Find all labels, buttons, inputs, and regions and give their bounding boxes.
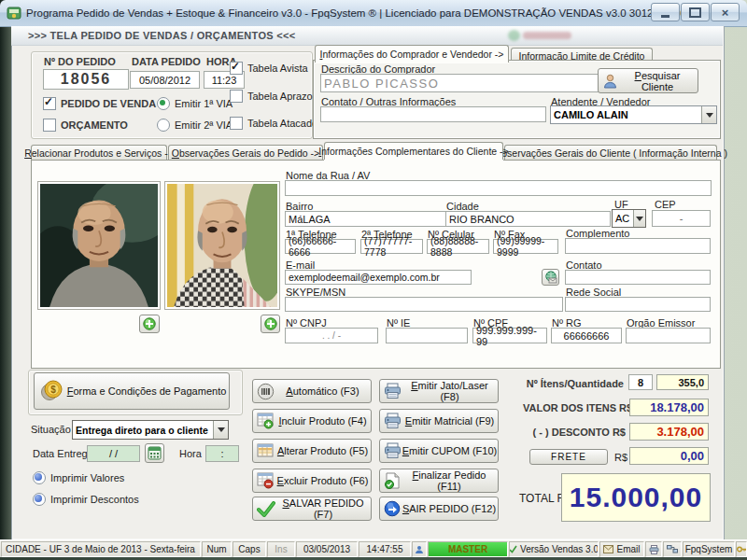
checkbox-icon <box>43 97 56 110</box>
delivery-date-label: Data Entrega <box>33 448 93 459</box>
document-check-icon <box>384 472 401 490</box>
checkbox-tabela-atacado[interactable]: Tabela Atacado <box>230 117 317 130</box>
buyer-contact-field[interactable] <box>320 106 546 122</box>
order-number-field[interactable]: 18056 <box>43 69 129 90</box>
state-dropdown[interactable]: AC <box>612 209 646 228</box>
network-icon <box>667 545 678 553</box>
maximize-button[interactable] <box>681 3 710 21</box>
window-title: Programa Pedido de Vendas + Estoque & Fi… <box>26 7 704 19</box>
tab-informacoes-cliente[interactable]: Informações Complementares do Cliente -> <box>324 142 503 160</box>
add-photo-2-button[interactable] <box>261 315 280 333</box>
checkbox-pedido-venda[interactable]: PEDIDO DE VENDA <box>43 97 156 110</box>
status-brand: FpqSystem <box>683 541 735 557</box>
main-tabs: Relacionar Produtos e Serviços -> Observ… <box>31 145 719 160</box>
checkbox-icon <box>230 117 243 130</box>
checkbox-tabela-aprazo[interactable]: Tabela Aprazo <box>230 90 313 103</box>
close-icon: × <box>722 7 729 19</box>
phone1-field[interactable]: (66)66666-6666 <box>285 239 356 254</box>
email-field[interactable]: exemplodeemail@exemplo.com.br <box>285 270 472 285</box>
user-icon <box>415 545 424 554</box>
cep-field[interactable]: - <box>652 210 711 227</box>
situation-dropdown[interactable]: Entrega direto para o cliente <box>72 420 229 440</box>
envelope-icon <box>603 545 613 553</box>
print-matrix-button[interactable]: Emitir Matricial (F9) <box>379 409 499 433</box>
items-value-field: 18.178,00 <box>629 399 709 416</box>
status-num-lock: Num <box>202 541 232 557</box>
client-photo-1 <box>37 181 161 310</box>
alter-product-button[interactable]: Alterar Produto (F5) <box>252 439 372 463</box>
close-button[interactable]: × <box>711 3 740 21</box>
skype-field[interactable] <box>285 297 563 312</box>
save-order-button[interactable]: SALVAR PEDIDO (F7) <box>252 497 372 521</box>
radio-icon <box>157 97 170 110</box>
printer-icon <box>384 383 402 399</box>
automatic-button[interactable]: Automático (F3) <box>252 379 372 403</box>
calendar-button[interactable] <box>145 443 164 463</box>
radio-imprimir-descontos[interactable]: Imprimir Descontos <box>33 493 139 506</box>
attendant-dropdown[interactable]: CAMILO ALAIN <box>550 105 717 124</box>
check-icon <box>509 545 517 553</box>
exit-order-button[interactable]: SAIR PEDIDO (F12) <box>379 497 499 521</box>
add-photo-1-button[interactable] <box>139 315 160 333</box>
freight-currency-label: R$ <box>614 452 627 463</box>
rg-field[interactable]: 66666666 <box>551 328 622 343</box>
radio-imprimir-valores[interactable]: Imprimir Valores <box>33 471 124 484</box>
complement-field[interactable] <box>565 238 711 254</box>
send-email-button[interactable] <box>542 269 559 286</box>
finalize-order-button[interactable]: Finalizar Pedido (F11) <box>379 469 499 493</box>
items-count-field: 8 <box>628 374 653 390</box>
city-field[interactable]: RIO BRANCO <box>445 211 611 227</box>
table-add-icon <box>257 413 275 429</box>
street-field[interactable] <box>285 180 712 196</box>
tab-observacoes-pedido[interactable]: Observações Gerais do Pedido -> <box>168 145 323 160</box>
search-client-button[interactable]: Pesquisar Cliente <box>598 68 698 93</box>
fpqsystem-watermark <box>508 29 592 42</box>
items-qty-label: Nº Ítens/Quantidade <box>523 378 624 389</box>
status-caps-lock: Caps <box>233 541 266 557</box>
issuer-field[interactable] <box>626 328 711 343</box>
chevron-down-icon <box>213 421 228 439</box>
printer-icon <box>649 545 659 554</box>
green-plus-orb-icon <box>143 317 156 330</box>
status-network-segment <box>663 541 682 557</box>
delete-product-button[interactable]: Excluir Produto (F6) <box>252 469 372 493</box>
status-key-segment <box>736 541 747 557</box>
print-coupon-button[interactable]: Emitir CUPOM (F10) <box>379 439 499 463</box>
tab-observacoes-cliente[interactable]: Observações Gerais do Cliente ( Informaç… <box>504 145 717 160</box>
minimize-icon <box>661 15 669 18</box>
checkbox-tabela-avista[interactable]: Tabela Avista <box>230 62 308 75</box>
phone2-field[interactable]: (77)77777-7778 <box>360 239 423 254</box>
status-bar: CIDADE - UF 3 de Maio de 2013 - Sexta-fe… <box>0 539 747 558</box>
ie-field[interactable] <box>386 328 468 343</box>
total-field: 15.000,00 <box>561 473 711 522</box>
radio-emitir-1via[interactable]: Emitir 1ª VIA <box>157 97 233 110</box>
delivery-time-field[interactable]: : <box>205 445 239 462</box>
gold-coin-icon: $ <box>40 379 64 403</box>
minimize-button[interactable] <box>651 3 680 21</box>
mobile-field[interactable]: (88)88888-8888 <box>427 239 489 254</box>
order-date-field[interactable]: 05/08/2012 <box>130 71 200 89</box>
tab-comprador-vendedor[interactable]: Informações do Comprador e Vendedor -> <box>315 45 509 63</box>
client-photo-2 <box>164 181 280 310</box>
delivery-date-field[interactable]: / / <box>87 445 140 462</box>
barcode-icon <box>257 383 275 400</box>
form-header: >>> TELA PEDIDO DE VENDAS / ORÇAMENTOS <… <box>11 26 723 46</box>
radio-icon <box>33 471 46 484</box>
radio-icon <box>33 493 46 506</box>
contact-field[interactable] <box>565 270 711 285</box>
status-location: CIDADE - UF 3 de Maio de 2013 - Sexta-fe… <box>1 541 201 557</box>
cpf-field[interactable]: 999.999.999-99 <box>472 328 547 343</box>
status-insert: Ins <box>267 541 295 557</box>
social-field[interactable] <box>565 297 711 312</box>
tab-relacionar-produtos[interactable]: Relacionar Produtos e Serviços -> <box>31 145 167 160</box>
fax-field[interactable]: (99)99999-9999 <box>493 239 558 254</box>
print-laser-button[interactable]: Emitir Jato/Laser (F8) <box>379 379 499 403</box>
cnpj-field[interactable]: . . / - <box>285 328 378 343</box>
checkbox-icon <box>230 90 243 103</box>
radio-emitir-2via[interactable]: Emitir 2ª VIA <box>157 119 233 132</box>
payment-button[interactable]: $ Forma e Condições de Pagamento <box>34 372 230 410</box>
checkbox-orcamento[interactable]: ORÇAMENTO <box>43 119 128 132</box>
include-product-button[interactable]: Incluir Produto (F4) <box>252 409 372 433</box>
freight-button[interactable]: FRETE <box>529 449 608 465</box>
status-user-segment <box>412 541 427 557</box>
